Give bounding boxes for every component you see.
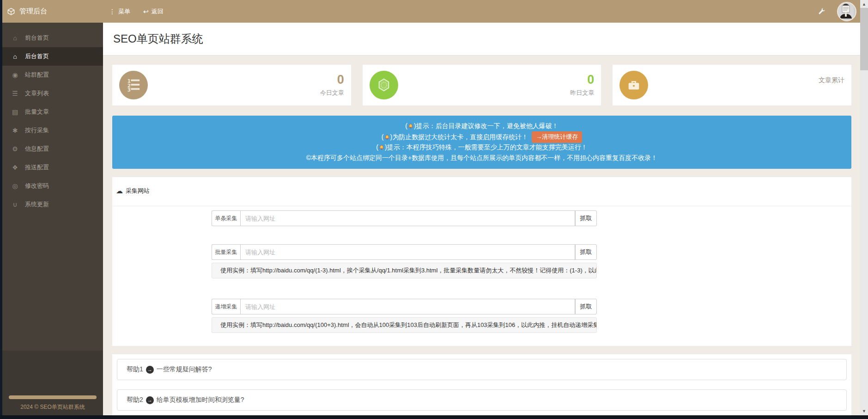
- cube-icon: [7, 7, 15, 16]
- single-collect-label: 单条采集: [212, 210, 240, 226]
- page-title: SEO单页站群系统: [113, 31, 203, 46]
- collect-panel-header: ☁ 采集网站: [112, 177, 851, 206]
- notice-banner: ()提示：后台目录建议修改一下，避免被他人爆破！ ()为防止数据过大统计太卡，直…: [112, 116, 851, 169]
- sidebar-item-article-list[interactable]: ☰ 文章列表: [2, 84, 103, 103]
- content: 1 2 3 0 今日文章: [103, 55, 860, 415]
- increment-collect-url-input[interactable]: [240, 299, 575, 314]
- sidebar-item-line-collect[interactable]: ✱ 按行采集: [2, 121, 103, 140]
- increment-collect-row: 递增采集 抓取: [212, 299, 597, 314]
- list-icon: ☰: [11, 90, 19, 97]
- sidebar-item-batch-articles[interactable]: ▤ 批量文章: [2, 103, 103, 121]
- help-item-2[interactable]: 帮助2 → 给单页模板增加时间和浏览量?: [117, 389, 847, 411]
- menu-label: 菜单: [118, 7, 130, 16]
- arrow-right-icon: →: [536, 133, 542, 140]
- help-1-question: 一些常规疑问解答?: [157, 365, 212, 374]
- bell-icon: [408, 123, 413, 129]
- stat-cards-row: 1 2 3 0 今日文章: [112, 65, 851, 105]
- batch-collect-label: 批量采集: [212, 244, 240, 260]
- sidebar-item-label: 批量文章: [25, 108, 49, 116]
- gem-icon: [370, 71, 398, 99]
- svg-text:3: 3: [127, 87, 131, 92]
- arrow-circle-icon: →: [146, 396, 154, 404]
- batch-collect-grab-button[interactable]: 抓取: [575, 244, 597, 260]
- total-label: 文章累计: [648, 76, 844, 84]
- scroll-up-arrow-icon[interactable]: ▲: [860, 0, 868, 8]
- sidebar-item-site-config[interactable]: ◉ 站群配置: [2, 66, 103, 84]
- sidebar-item-system-update[interactable]: ∪ 系统更新: [2, 195, 103, 214]
- main-area: SEO单页站群系统 1 2 3 0 今日文章: [103, 23, 860, 415]
- clear-stats-cache-button[interactable]: →清理统计缓存: [532, 131, 582, 143]
- briefcase-icon: [619, 71, 648, 99]
- notice-text: ©本程序可多个站点绑定同一个目录+数据库使用，且每个站点所展示的单页内容都不一样…: [306, 154, 658, 161]
- magnet-icon: ∪: [11, 201, 19, 208]
- sidebar-item-label: 系统更新: [25, 200, 49, 209]
- sidebar-item-info-config[interactable]: ⚙ 信息配置: [2, 140, 103, 158]
- yesterday-count: 0: [398, 73, 595, 86]
- single-collect-url-input[interactable]: [240, 210, 575, 226]
- stat-card-body: 0 今日文章: [148, 73, 344, 97]
- help-2-label: 帮助2: [127, 396, 143, 404]
- brand: 管理后台: [0, 7, 103, 16]
- sidebar-item-front-home[interactable]: ⌂ 前台首页: [2, 29, 103, 47]
- scrollbar-thumb[interactable]: [860, 8, 868, 70]
- total-sublabel: [648, 86, 844, 94]
- collect-panel-body: 单条采集 抓取 批量采集 抓取 使用实例：填写http://baidu.com/…: [112, 206, 851, 346]
- top-bar: 管理后台 ⋮ 菜单 ↩ 返回: [0, 0, 860, 23]
- bottom-edge-strip: [0, 415, 868, 419]
- notice-line: ()为防止数据过大统计太卡，直接启用缓存统计！→清理统计缓存: [112, 131, 851, 142]
- vertical-scrollbar[interactable]: ▲ ▼: [860, 0, 868, 419]
- sidebar-item-change-password[interactable]: ◎ 修改密码: [2, 177, 103, 195]
- menu-button[interactable]: ⋮ 菜单: [109, 7, 130, 16]
- bell-icon: [379, 145, 384, 150]
- home-icon: ⌂: [11, 34, 19, 42]
- increment-collect-help-text: 使用实例：填写http://baidu.com/qq/(100+3).html，…: [220, 321, 597, 329]
- yesterday-label: 昨日文章: [398, 89, 595, 97]
- increment-collect-help: 使用实例：填写http://baidu.com/qq/(100+3).html，…: [212, 317, 597, 333]
- collect-panel-title: 采集网站: [126, 187, 150, 194]
- asterisk-icon: ✱: [11, 127, 19, 134]
- sidebar-item-label: 修改密码: [25, 182, 49, 190]
- stat-card-total: 文章累计: [613, 65, 851, 105]
- arrow-circle-icon: →: [146, 366, 154, 374]
- batch-collect-url-input[interactable]: [240, 244, 575, 260]
- ordered-list-icon: 1 2 3: [119, 71, 148, 99]
- brand-title: 管理后台: [19, 7, 47, 16]
- help-1-label: 帮助1: [127, 365, 143, 374]
- sidebar-item-push-config[interactable]: ❖ 推送配置: [2, 158, 103, 177]
- sidebar-item-label: 信息配置: [25, 145, 49, 153]
- sidebar-nav: ⌂ 前台首页 ⌂ 后台首页 ◉ 站群配置 ☰ 文章列表 ▤ 批量文章 ✱ 按行采…: [2, 23, 103, 214]
- wrench-icon[interactable]: [818, 7, 826, 16]
- batch-collect-help: 使用实例：填写http://baidu.com/qq/(1-3).html，挨个…: [212, 263, 597, 278]
- stat-card-yesterday: 0 昨日文章: [363, 65, 601, 105]
- sidebar-item-label: 后台首页: [25, 52, 49, 61]
- page-header: SEO单页站群系统: [103, 23, 860, 55]
- bell-icon: [384, 135, 390, 140]
- increment-collect-grab-button[interactable]: 抓取: [575, 299, 597, 314]
- user-icon: ◎: [11, 182, 19, 190]
- today-count: 0: [148, 73, 344, 86]
- sidebar-item-label: 站群配置: [25, 71, 49, 79]
- notice-line: ()提示：后台目录建议修改一下，避免被他人爆破！: [112, 121, 851, 131]
- sidebar-item-admin-home[interactable]: ⌂ 后台首页: [2, 47, 103, 66]
- top-nav: ⋮ 菜单 ↩ 返回: [109, 7, 164, 16]
- sidebar-footer-divider: [9, 395, 97, 399]
- notice-text: 提示：后台目录建议修改一下，避免被他人爆破！: [416, 122, 558, 129]
- help-item-1[interactable]: 帮助1 → 一些常规疑问解答?: [117, 359, 847, 380]
- return-icon: ↩: [143, 8, 149, 15]
- home-icon: ⌂: [11, 53, 19, 60]
- scroll-down-arrow-icon[interactable]: ▼: [860, 407, 868, 415]
- sidebar-footer: 2024 © SEO单页站群系统: [2, 351, 103, 415]
- single-collect-grab-button[interactable]: 抓取: [575, 210, 597, 226]
- paw-icon: ❖: [11, 164, 19, 171]
- batch-collect-help-text: 使用实例：填写http://baidu.com/qq/(1-3).html，挨个…: [220, 266, 597, 275]
- back-label: 返回: [152, 7, 164, 16]
- notice-line: ©本程序可多个站点绑定同一个目录+数据库使用，且每个站点所展示的单页内容都不一样…: [112, 153, 851, 163]
- back-button[interactable]: ↩ 返回: [143, 7, 164, 16]
- avatar[interactable]: [837, 2, 856, 21]
- copyright-text: 2024 © SEO单页站群系统: [2, 403, 103, 411]
- stat-card-body: 0 昨日文章: [398, 73, 595, 97]
- batch-collect-row: 批量采集 抓取: [212, 244, 597, 260]
- help-panel: 帮助1 → 一些常规疑问解答? 帮助2 → 给单页模板增加时间和浏览量?: [112, 354, 851, 415]
- gear-icon: ⚙: [11, 145, 19, 153]
- notice-text: 为防止数据过大统计太卡，直接启用缓存统计！: [392, 133, 528, 141]
